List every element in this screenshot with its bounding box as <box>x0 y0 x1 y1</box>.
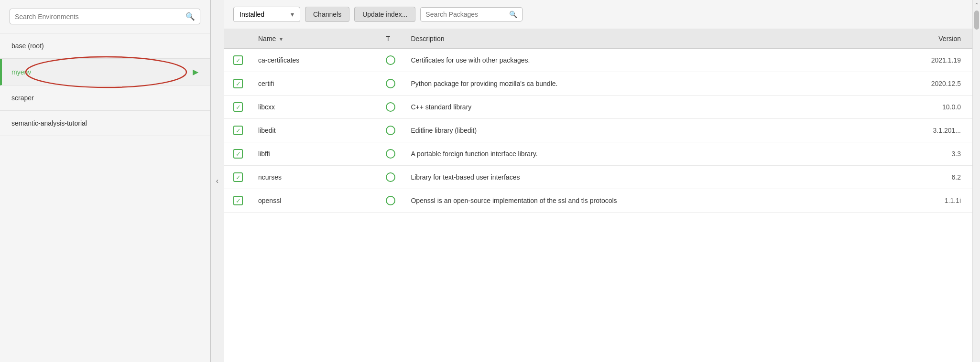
status-circle-icon <box>386 55 395 65</box>
env-search-input[interactable] <box>15 13 185 21</box>
status-circle-icon <box>386 149 395 159</box>
row-name-cell[interactable]: openssl <box>250 189 378 213</box>
packages-table-container: Name ▾ T Description Version ca-certific… <box>224 29 980 362</box>
check-icon <box>233 79 243 88</box>
packages-table: Name ▾ T Description Version ca-certific… <box>224 29 980 213</box>
table-row: opensslOpenssl is an open-source impleme… <box>224 189 980 213</box>
filter-dropdown[interactable]: Installed ▾ <box>233 7 300 22</box>
status-circle-icon <box>386 172 395 182</box>
row-name-cell[interactable]: ca-certificates <box>250 49 378 72</box>
col-header-checkbox <box>224 29 250 49</box>
row-type-cell <box>378 166 403 189</box>
row-description-cell: C++ standard library <box>403 96 904 119</box>
row-type-cell <box>378 142 403 166</box>
row-description-cell: Openssl is an open-source implementation… <box>403 189 904 213</box>
row-checkbox-cell[interactable] <box>224 166 250 189</box>
row-version-cell: 2020.12.5 <box>904 72 980 96</box>
status-circle-icon <box>386 102 395 112</box>
annotation-oval <box>22 55 190 89</box>
row-checkbox-cell[interactable] <box>224 49 250 72</box>
row-checkbox-cell[interactable] <box>224 72 250 96</box>
row-type-cell <box>378 189 403 213</box>
row-version-cell: 2021.1.19 <box>904 49 980 72</box>
env-item-label: semantic-analysis-tutorial <box>11 119 87 127</box>
row-checkbox-cell[interactable] <box>224 119 250 142</box>
row-type-cell <box>378 72 403 96</box>
row-version-cell: 3.3 <box>904 142 980 166</box>
pkg-search-wrapper[interactable]: 🔍 <box>420 7 523 21</box>
check-icon <box>233 102 243 112</box>
right-panel: Installed ▾ Channels Update index... 🔍 N… <box>224 0 980 362</box>
row-description-cell: Library for text-based user interfaces <box>403 166 904 189</box>
status-circle-icon <box>386 196 395 205</box>
play-icon: ▶ <box>193 67 198 76</box>
row-name-cell[interactable]: ncurses <box>250 166 378 189</box>
row-version-cell: 3.1.201... <box>904 119 980 142</box>
status-circle-icon <box>386 126 395 135</box>
env-item-scraper[interactable]: scraper <box>0 85 210 111</box>
col-header-description: Description <box>403 29 904 49</box>
row-type-cell <box>378 119 403 142</box>
table-row: ca-certificatesCertificates for use with… <box>224 49 980 72</box>
env-search-bar: 🔍 <box>0 0 210 33</box>
channels-button[interactable]: Channels <box>305 7 349 22</box>
svg-point-0 <box>26 57 186 87</box>
env-search-icon: 🔍 <box>185 12 195 21</box>
table-header-row: Name ▾ T Description Version <box>224 29 980 49</box>
table-row: libcxxC++ standard library10.0.0 <box>224 96 980 119</box>
row-type-cell <box>378 49 403 72</box>
filter-label: Installed <box>240 11 264 18</box>
env-search-wrapper[interactable]: 🔍 <box>10 9 200 24</box>
scroll-up-icon: ⌃ <box>974 2 979 9</box>
status-circle-icon <box>386 79 395 88</box>
env-item-label: base (root) <box>11 42 44 50</box>
env-item-myenv[interactable]: myenv ▶ <box>0 59 210 85</box>
collapse-icon: ‹ <box>216 177 218 185</box>
row-description-cell: A portable foreign function interface li… <box>403 142 904 166</box>
row-name-cell[interactable]: libffi <box>250 142 378 166</box>
row-name-cell[interactable]: libedit <box>250 119 378 142</box>
row-description-cell: Editline library (libedit) <box>403 119 904 142</box>
scrollbar-thumb[interactable] <box>974 11 979 30</box>
check-icon <box>233 126 243 135</box>
check-icon <box>233 149 243 159</box>
environment-list: base (root) myenv ▶ scraper semantic-ana… <box>0 33 210 362</box>
row-description-cell: Python package for providing mozilla's c… <box>403 72 904 96</box>
row-checkbox-cell[interactable] <box>224 96 250 119</box>
row-checkbox-cell[interactable] <box>224 142 250 166</box>
row-type-cell <box>378 96 403 119</box>
dropdown-arrow-icon: ▾ <box>291 11 294 18</box>
scrollbar[interactable]: ⌃ <box>972 0 980 362</box>
table-row: libeditEditline library (libedit)3.1.201… <box>224 119 980 142</box>
name-sort-icon: ▾ <box>280 36 283 43</box>
row-name-cell[interactable]: libcxx <box>250 96 378 119</box>
pkg-search-icon: 🔍 <box>509 11 517 18</box>
col-header-name[interactable]: Name ▾ <box>250 29 378 49</box>
env-item-semantic-analysis-tutorial[interactable]: semantic-analysis-tutorial <box>0 111 210 136</box>
col-header-version: Version <box>904 29 980 49</box>
env-item-label: scraper <box>11 94 34 102</box>
row-version-cell: 6.2 <box>904 166 980 189</box>
row-description-cell: Certificates for use with other packages… <box>403 49 904 72</box>
table-row: libffiA portable foreign function interf… <box>224 142 980 166</box>
check-icon <box>233 196 243 205</box>
col-header-type: T <box>378 29 403 49</box>
table-row: ncursesLibrary for text-based user inter… <box>224 166 980 189</box>
row-checkbox-cell[interactable] <box>224 189 250 213</box>
toolbar: Installed ▾ Channels Update index... 🔍 <box>224 0 980 29</box>
env-item-base[interactable]: base (root) <box>0 33 210 59</box>
row-name-cell[interactable]: certifi <box>250 72 378 96</box>
row-version-cell: 1.1.1i <box>904 189 980 213</box>
left-panel: 🔍 base (root) myenv ▶ scraper semantic-a… <box>0 0 210 362</box>
check-icon <box>233 55 243 65</box>
update-index-button[interactable]: Update index... <box>354 7 415 22</box>
table-row: certifiPython package for providing mozi… <box>224 72 980 96</box>
row-version-cell: 10.0.0 <box>904 96 980 119</box>
pkg-search-input[interactable] <box>425 11 509 18</box>
env-item-label: myenv <box>11 68 31 76</box>
collapse-panel-button[interactable]: ‹ <box>210 0 224 362</box>
check-icon <box>233 172 243 182</box>
